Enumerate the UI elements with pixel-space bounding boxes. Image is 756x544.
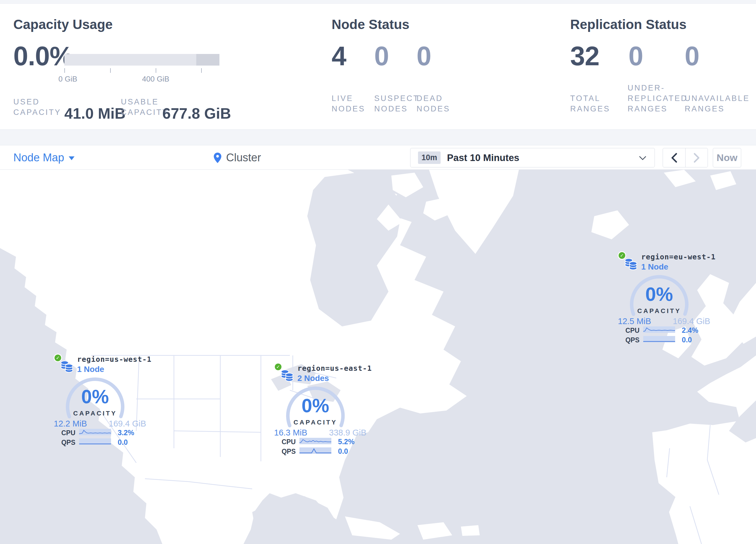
capacity-label: CAPACITY: [621, 307, 697, 315]
live-nodes-label: LIVE NODES: [332, 93, 372, 114]
cpu-label: CPU: [595, 327, 639, 335]
suspect-nodes-label: SUSPECT NODES: [374, 93, 415, 114]
time-step-forward-button[interactable]: [685, 148, 708, 167]
total-ranges-label: TOTAL RANGES: [570, 93, 614, 114]
region-node-count: 1 Node: [641, 262, 668, 271]
cpu-value: 2.4%: [682, 326, 698, 335]
region-marker-eu-west-1[interactable]: ✓ region=eu-west-1 1 Node 0% CAPACITY 12…: [595, 248, 723, 364]
region-name: region=us-west-1: [77, 355, 152, 364]
capacity-axis-label-0: 0 GiB: [58, 75, 77, 84]
time-range-dropdown[interactable]: 10m Past 10 Minutes: [410, 148, 655, 167]
capacity-axis-label-400: 400 GiB: [142, 75, 169, 84]
database-icon: [281, 369, 294, 383]
region-used-capacity: 16.3 MiB: [252, 428, 307, 438]
region-marker-us-east-1[interactable]: ✓ region=us-east-1 2 Nodes 0% CAPACITY 1…: [252, 359, 379, 475]
dead-nodes-count: 0: [417, 41, 431, 71]
capacity-label: CAPACITY: [57, 410, 133, 417]
capacity-axis-tick: [156, 68, 156, 73]
chevron-left-icon: [671, 153, 677, 163]
cpu-sparkline: [643, 327, 675, 333]
region-name: region=us-east-1: [297, 364, 372, 373]
unavailable-ranges-label: UNAVAILABLE RANGES: [685, 93, 748, 114]
qps-value: 0.0: [338, 447, 348, 456]
region-capacity-percent: 0%: [63, 386, 127, 408]
time-range-label: Past 10 Minutes: [447, 152, 519, 163]
used-capacity-label: USED CAPACITY: [13, 97, 63, 117]
now-button[interactable]: Now: [713, 148, 741, 167]
database-icon: [60, 360, 74, 374]
cluster-overview-panel: Capacity Usage 0.0% 0 GiB 400 GiB USED C…: [0, 3, 756, 130]
capacity-axis-tick: [110, 68, 111, 73]
region-node-count: 2 Nodes: [297, 374, 329, 383]
unavailable-ranges-count: 0: [685, 41, 699, 71]
qps-label: QPS: [252, 448, 296, 456]
cpu-sparkline: [79, 429, 111, 435]
qps-sparkline: [643, 336, 675, 342]
under-replicated-ranges-count: 0: [628, 41, 643, 71]
chevron-right-icon: [693, 153, 700, 163]
map-pin-icon: [214, 153, 221, 163]
dead-nodes-label: DEAD NODES: [417, 93, 457, 114]
region-usable-capacity: 169.4 GiB: [109, 419, 146, 429]
replication-status-title: Replication Status: [570, 17, 686, 32]
total-ranges-count: 32: [570, 41, 599, 71]
island-small: [461, 525, 480, 536]
time-step-back-button[interactable]: [663, 148, 685, 167]
qps-value: 0.0: [682, 336, 692, 344]
qps-sparkline: [79, 438, 111, 445]
capacity-axis-tick: [201, 68, 202, 73]
live-nodes-count: 4: [332, 41, 346, 71]
map-toolbar: Node Map Cluster 10m Past 10 Minutes Now: [0, 145, 756, 170]
usable-capacity-value: 677.8 GiB: [162, 105, 231, 122]
cpu-value: 5.2%: [338, 438, 355, 446]
cpu-label: CPU: [31, 429, 75, 437]
capacity-usage-title: Capacity Usage: [13, 17, 113, 32]
region-usable-capacity: 338.9 GiB: [329, 428, 366, 438]
under-replicated-ranges-label: UNDER-REPLICATED RANGES: [628, 83, 686, 114]
cpu-label: CPU: [252, 438, 296, 446]
breadcrumb-label: Cluster: [226, 151, 261, 164]
region-capacity-percent: 0%: [627, 283, 691, 305]
qps-value: 0.0: [118, 438, 128, 447]
region-used-capacity: 12.5 MiB: [595, 317, 651, 326]
database-icon: [624, 257, 638, 271]
region-used-capacity: 12.2 MiB: [31, 419, 87, 429]
cpu-sparkline: [299, 438, 331, 444]
region-usable-capacity: 169.4 GiB: [673, 317, 710, 326]
capacity-axis-tick: [64, 68, 65, 73]
region-name: region=eu-west-1: [641, 253, 716, 261]
suspect-nodes-count: 0: [374, 41, 389, 71]
time-range-badge: 10m: [418, 151, 441, 164]
capacity-bar-reserved-segment: [196, 54, 219, 66]
capacity-label: CAPACITY: [278, 419, 353, 426]
qps-label: QPS: [31, 439, 75, 447]
region-capacity-percent: 0%: [283, 395, 347, 417]
qps-sparkline: [299, 447, 331, 454]
view-selector-label: Node Map: [13, 151, 64, 164]
cpu-value: 3.2%: [118, 429, 134, 437]
capacity-used-percent: 0.0%: [13, 41, 73, 71]
region-node-count: 1 Node: [77, 365, 104, 374]
used-capacity-value: 41.0 MiB: [64, 105, 126, 122]
breadcrumb[interactable]: Cluster: [214, 145, 261, 170]
view-selector-dropdown[interactable]: Node Map: [13, 145, 74, 170]
region-marker-us-west-1[interactable]: ✓ region=us-west-1 1 Node 0% CAPACITY 12…: [31, 350, 159, 466]
chevron-down-icon: [639, 156, 646, 160]
chevron-down-icon: [69, 156, 74, 160]
node-status-title: Node Status: [332, 17, 409, 32]
node-map[interactable]: ✓ region=us-west-1 1 Node 0% CAPACITY 12…: [0, 170, 756, 544]
time-step-buttons: [663, 148, 708, 167]
capacity-bar: [64, 54, 219, 66]
qps-label: QPS: [595, 336, 639, 344]
